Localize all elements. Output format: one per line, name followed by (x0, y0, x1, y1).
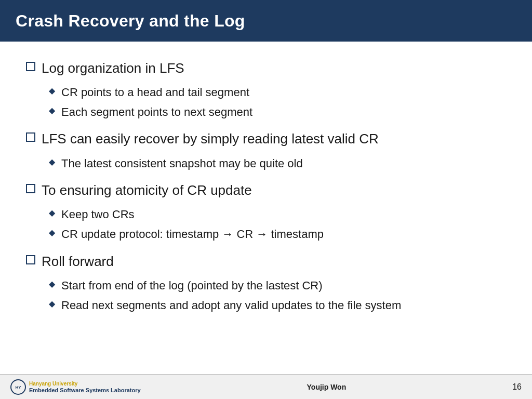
bullet-l2-4-2: ◆ Read next segments and adopt any valid… (49, 298, 506, 313)
bullet-l1-3: To ensuring atomicity of CR update (26, 181, 506, 200)
diamond-bullet-icon-2-1: ◆ (49, 158, 55, 166)
diamond-bullet-icon-1-2: ◆ (49, 107, 55, 115)
university-name: Hanyang University (29, 381, 141, 387)
bullet-l1-1: Log organization in LFS (26, 59, 506, 77)
page-number: 16 (512, 382, 522, 392)
university-logo: HY (10, 379, 26, 395)
bullet-l2-4-1-text: Start from end of the log (pointed by th… (61, 278, 323, 294)
slide-footer: HY Hanyang University Embedded Software … (0, 374, 532, 399)
slide-header: Crash Recovery and the Log (0, 0, 532, 42)
bullet-l2-3-1: ◆ Keep two CRs (49, 207, 506, 222)
bullet-l2-1-1-text: CR points to a head and tail segment (61, 85, 249, 100)
diamond-bullet-icon-4-2: ◆ (49, 300, 55, 308)
diamond-bullet-icon-3-2: ◆ (49, 229, 55, 237)
bullet-l2-1-2: ◆ Each segment points to next segment (49, 104, 506, 120)
diamond-bullet-icon-4-1: ◆ (49, 280, 55, 288)
bullet-l1-1-text: Log organization in LFS (42, 59, 184, 77)
sub-bullets-3: ◆ Keep two CRs ◆ CR update protocol: tim… (49, 207, 506, 242)
section-4: Roll forward ◆ Start from end of the log… (26, 249, 506, 318)
bullet-l1-4: Roll forward (26, 252, 506, 271)
bullet-l1-4-text: Roll forward (42, 252, 114, 271)
bullet-l2-3-1-text: Keep two CRs (61, 207, 135, 222)
bullet-l2-1-1: ◆ CR points to a head and tail segment (49, 85, 506, 100)
bullet-l2-2-1-text: The latest consistent snapshot may be qu… (61, 156, 303, 171)
square-bullet-icon-2 (26, 132, 35, 142)
sub-bullets-2: ◆ The latest consistent snapshot may be … (49, 156, 506, 171)
section-3: To ensuring atomicity of CR update ◆ Kee… (26, 178, 506, 247)
section-1: Log organization in LFS ◆ CR points to a… (26, 56, 506, 125)
bullet-l2-2-1: ◆ The latest consistent snapshot may be … (49, 156, 506, 171)
bullet-l2-3-2-text: CR update protocol: timestamp → CR → tim… (61, 227, 324, 242)
diamond-bullet-icon-3-1: ◆ (49, 209, 55, 217)
lab-name: Embedded Software Systems Laboratory (29, 387, 141, 393)
bullet-l1-2: LFS can easily recover by simply reading… (26, 130, 506, 148)
square-bullet-icon-1 (26, 62, 35, 71)
bullet-l2-4-1: ◆ Start from end of the log (pointed by … (49, 278, 506, 294)
presenter-name: Youjip Won (307, 383, 347, 391)
footer-left-section: HY Hanyang University Embedded Software … (10, 379, 141, 395)
slide-content: Log organization in LFS ◆ CR points to a… (0, 42, 532, 374)
section-2: LFS can easily recover by simply reading… (26, 127, 506, 176)
diamond-bullet-icon-1-1: ◆ (49, 87, 55, 95)
bullet-l2-1-2-text: Each segment points to next segment (61, 104, 252, 120)
bullet-l2-3-2: ◆ CR update protocol: timestamp → CR → t… (49, 227, 506, 242)
footer-institution: Hanyang University Embedded Software Sys… (29, 381, 141, 393)
bullet-l1-3-text: To ensuring atomicity of CR update (42, 181, 252, 200)
sub-bullets-4: ◆ Start from end of the log (pointed by … (49, 278, 506, 313)
sub-bullets-1: ◆ CR points to a head and tail segment ◆… (49, 85, 506, 119)
square-bullet-icon-3 (26, 184, 35, 193)
bullet-l2-4-2-text: Read next segments and adopt any valid u… (61, 298, 401, 313)
slide-title: Crash Recovery and the Log (16, 11, 245, 31)
square-bullet-icon-4 (26, 255, 35, 264)
bullet-l1-2-text: LFS can easily recover by simply reading… (42, 130, 379, 148)
